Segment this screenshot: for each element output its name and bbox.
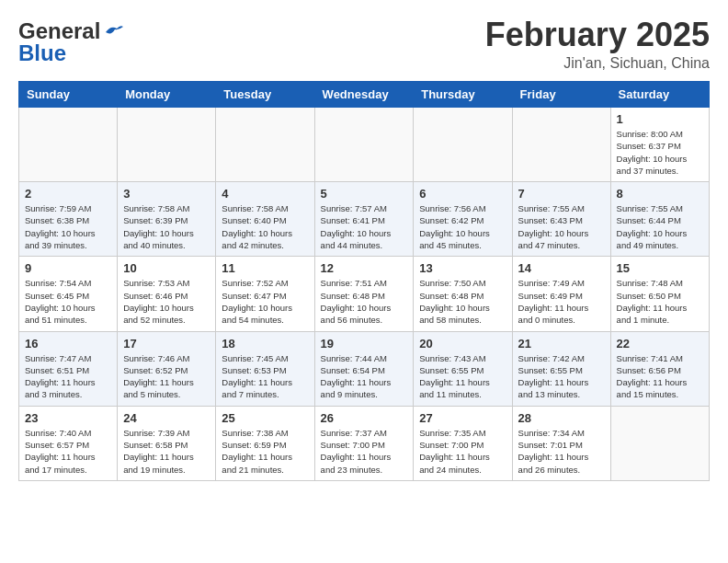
logo-bird-icon (104, 23, 124, 40)
logo-blue: Blue (18, 40, 66, 66)
calendar-day-cell: 25Sunrise: 7:38 AM Sunset: 6:59 PM Dayli… (216, 406, 314, 480)
day-info: Sunrise: 7:43 AM Sunset: 6:55 PM Dayligh… (419, 352, 506, 401)
month-title: February 2025 (485, 18, 710, 52)
day-info: Sunrise: 7:45 AM Sunset: 6:53 PM Dayligh… (222, 352, 308, 401)
day-number: 13 (419, 261, 506, 275)
weekday-header-sunday: Sunday (19, 82, 118, 108)
weekday-header-monday: Monday (118, 82, 216, 108)
calendar-day-cell: 3Sunrise: 7:58 AM Sunset: 6:39 PM Daylig… (118, 182, 216, 257)
calendar-day-cell (19, 108, 118, 182)
day-number: 19 (321, 337, 408, 350)
calendar-day-cell: 21Sunrise: 7:42 AM Sunset: 6:55 PM Dayli… (512, 331, 610, 406)
day-number: 6 (419, 187, 506, 201)
day-number: 12 (321, 261, 408, 275)
calendar-day-cell: 4Sunrise: 7:58 AM Sunset: 6:40 PM Daylig… (216, 182, 314, 257)
day-info: Sunrise: 8:00 AM Sunset: 6:37 PM Dayligh… (617, 128, 703, 177)
day-number: 5 (321, 187, 408, 201)
day-info: Sunrise: 7:49 AM Sunset: 6:49 PM Dayligh… (518, 277, 605, 326)
calendar-table: SundayMondayTuesdayWednesdayThursdayFrid… (18, 81, 710, 481)
calendar-day-cell: 7Sunrise: 7:55 AM Sunset: 6:43 PM Daylig… (512, 182, 610, 257)
day-number: 9 (25, 261, 111, 275)
day-info: Sunrise: 7:40 AM Sunset: 6:57 PM Dayligh… (25, 427, 111, 476)
day-number: 2 (25, 187, 111, 201)
day-number: 27 (419, 411, 506, 425)
calendar-day-cell: 19Sunrise: 7:44 AM Sunset: 6:54 PM Dayli… (314, 331, 414, 406)
day-info: Sunrise: 7:47 AM Sunset: 6:51 PM Dayligh… (25, 352, 111, 401)
day-info: Sunrise: 7:42 AM Sunset: 6:55 PM Dayligh… (518, 352, 605, 401)
calendar-day-cell: 5Sunrise: 7:57 AM Sunset: 6:41 PM Daylig… (314, 182, 414, 257)
day-number: 14 (518, 261, 605, 275)
calendar-week-2: 2Sunrise: 7:59 AM Sunset: 6:38 PM Daylig… (19, 182, 710, 257)
calendar-week-1: 1Sunrise: 8:00 AM Sunset: 6:37 PM Daylig… (19, 108, 710, 182)
day-info: Sunrise: 7:46 AM Sunset: 6:52 PM Dayligh… (123, 352, 210, 401)
day-info: Sunrise: 7:37 AM Sunset: 7:00 PM Dayligh… (321, 427, 408, 476)
title-section: February 2025 Jin'an, Sichuan, China (485, 18, 710, 72)
day-number: 7 (518, 187, 605, 201)
page-header: General Blue February 2025 Jin'an, Sichu… (18, 18, 710, 72)
weekday-header-tuesday: Tuesday (216, 82, 314, 108)
calendar-day-cell: 18Sunrise: 7:45 AM Sunset: 6:53 PM Dayli… (216, 331, 314, 406)
calendar-day-cell: 27Sunrise: 7:35 AM Sunset: 7:00 PM Dayli… (414, 406, 512, 480)
weekday-header-thursday: Thursday (414, 82, 512, 108)
day-info: Sunrise: 7:50 AM Sunset: 6:48 PM Dayligh… (419, 277, 506, 326)
calendar-day-cell: 17Sunrise: 7:46 AM Sunset: 6:52 PM Dayli… (118, 331, 216, 406)
calendar-day-cell: 10Sunrise: 7:53 AM Sunset: 6:46 PM Dayli… (118, 257, 216, 331)
day-info: Sunrise: 7:41 AM Sunset: 6:56 PM Dayligh… (617, 352, 703, 401)
calendar-day-cell: 2Sunrise: 7:59 AM Sunset: 6:38 PM Daylig… (19, 182, 118, 257)
calendar-day-cell (314, 108, 414, 182)
day-info: Sunrise: 7:55 AM Sunset: 6:43 PM Dayligh… (518, 202, 605, 251)
location: Jin'an, Sichuan, China (485, 55, 710, 72)
day-number: 11 (222, 261, 308, 275)
day-info: Sunrise: 7:39 AM Sunset: 6:58 PM Dayligh… (123, 427, 210, 476)
day-number: 26 (321, 411, 408, 425)
day-info: Sunrise: 7:34 AM Sunset: 7:01 PM Dayligh… (518, 427, 605, 476)
day-info: Sunrise: 7:56 AM Sunset: 6:42 PM Dayligh… (419, 202, 506, 251)
day-number: 15 (617, 261, 703, 275)
calendar-day-cell: 6Sunrise: 7:56 AM Sunset: 6:42 PM Daylig… (414, 182, 512, 257)
day-info: Sunrise: 7:38 AM Sunset: 6:59 PM Dayligh… (222, 427, 308, 476)
calendar-header-row: SundayMondayTuesdayWednesdayThursdayFrid… (19, 82, 710, 108)
weekday-header-wednesday: Wednesday (314, 82, 414, 108)
day-info: Sunrise: 7:35 AM Sunset: 7:00 PM Dayligh… (419, 427, 506, 476)
calendar-day-cell: 16Sunrise: 7:47 AM Sunset: 6:51 PM Dayli… (19, 331, 118, 406)
day-number: 10 (123, 261, 210, 275)
calendar-day-cell (414, 108, 512, 182)
calendar-day-cell: 24Sunrise: 7:39 AM Sunset: 6:58 PM Dayli… (118, 406, 216, 480)
calendar-week-4: 16Sunrise: 7:47 AM Sunset: 6:51 PM Dayli… (19, 331, 710, 406)
calendar-day-cell: 20Sunrise: 7:43 AM Sunset: 6:55 PM Dayli… (414, 331, 512, 406)
day-number: 22 (617, 337, 703, 350)
calendar-week-3: 9Sunrise: 7:54 AM Sunset: 6:45 PM Daylig… (19, 257, 710, 331)
day-number: 20 (419, 337, 506, 350)
logo: General Blue (18, 18, 124, 66)
day-info: Sunrise: 7:57 AM Sunset: 6:41 PM Dayligh… (321, 202, 408, 251)
calendar-day-cell: 15Sunrise: 7:48 AM Sunset: 6:50 PM Dayli… (610, 257, 709, 331)
day-info: Sunrise: 7:58 AM Sunset: 6:39 PM Dayligh… (123, 202, 210, 251)
day-info: Sunrise: 7:59 AM Sunset: 6:38 PM Dayligh… (25, 202, 111, 251)
day-number: 18 (222, 337, 308, 350)
day-info: Sunrise: 7:54 AM Sunset: 6:45 PM Dayligh… (25, 277, 111, 326)
day-info: Sunrise: 7:55 AM Sunset: 6:44 PM Dayligh… (617, 202, 703, 251)
day-number: 17 (123, 337, 210, 350)
calendar-day-cell: 1Sunrise: 8:00 AM Sunset: 6:37 PM Daylig… (610, 108, 709, 182)
calendar-day-cell: 9Sunrise: 7:54 AM Sunset: 6:45 PM Daylig… (19, 257, 118, 331)
calendar-day-cell (216, 108, 314, 182)
calendar-day-cell: 22Sunrise: 7:41 AM Sunset: 6:56 PM Dayli… (610, 331, 709, 406)
day-number: 3 (123, 187, 210, 201)
calendar-day-cell (118, 108, 216, 182)
day-number: 8 (617, 187, 703, 201)
day-info: Sunrise: 7:53 AM Sunset: 6:46 PM Dayligh… (123, 277, 210, 326)
day-number: 24 (123, 411, 210, 425)
day-number: 16 (25, 337, 111, 350)
day-number: 23 (25, 411, 111, 425)
day-number: 25 (222, 411, 308, 425)
day-number: 1 (617, 112, 703, 126)
day-info: Sunrise: 7:52 AM Sunset: 6:47 PM Dayligh… (222, 277, 308, 326)
calendar-day-cell: 12Sunrise: 7:51 AM Sunset: 6:48 PM Dayli… (314, 257, 414, 331)
day-number: 21 (518, 337, 605, 350)
day-number: 28 (518, 411, 605, 425)
day-info: Sunrise: 7:58 AM Sunset: 6:40 PM Dayligh… (222, 202, 308, 251)
calendar-day-cell: 11Sunrise: 7:52 AM Sunset: 6:47 PM Dayli… (216, 257, 314, 331)
calendar-day-cell: 8Sunrise: 7:55 AM Sunset: 6:44 PM Daylig… (610, 182, 709, 257)
calendar-day-cell: 23Sunrise: 7:40 AM Sunset: 6:57 PM Dayli… (19, 406, 118, 480)
day-info: Sunrise: 7:51 AM Sunset: 6:48 PM Dayligh… (321, 277, 408, 326)
